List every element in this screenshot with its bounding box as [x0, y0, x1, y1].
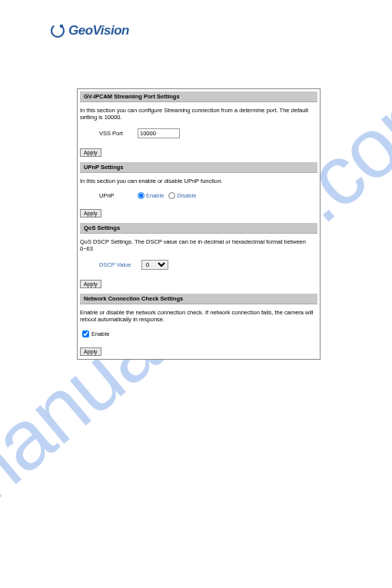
- section-header-streaming: GV-IPCAM Streaming Port Settings: [80, 91, 317, 102]
- vss-port-label: VSS Port: [99, 130, 138, 137]
- vss-port-input[interactable]: [138, 128, 180, 138]
- upnp-disable-label: Disable: [177, 192, 196, 199]
- section-header-qos: QoS Settings: [80, 223, 317, 234]
- qos-desc: QoS DSCP Settings. The DSCP value can be…: [80, 238, 317, 252]
- upnp-enable-label: Enable: [146, 192, 164, 199]
- dscp-select[interactable]: 0: [141, 260, 168, 270]
- netcheck-desc: Enable or disable the network connection…: [80, 309, 317, 323]
- upnp-label: UPnP: [99, 192, 138, 199]
- apply-button-qos[interactable]: Apply: [80, 280, 101, 288]
- apply-button-streaming[interactable]: Apply: [80, 148, 101, 157]
- section-body-upnp: In this section you can enable or disabl…: [78, 173, 320, 208]
- brand-name: GeoVision: [68, 23, 129, 38]
- dscp-label: DSCP Value: [99, 261, 141, 268]
- vss-port-row: VSS Port: [80, 128, 317, 138]
- svg-point-1: [60, 25, 64, 28]
- apply-button-netcheck[interactable]: Apply: [80, 347, 101, 356]
- section-body-streaming: In this section you can configure Stream…: [78, 102, 320, 147]
- upnp-enable-radio[interactable]: [138, 192, 145, 199]
- netcheck-enable-checkbox[interactable]: [82, 331, 89, 337]
- netcheck-enable-label: Enable: [91, 331, 109, 337]
- apply-button-upnp[interactable]: Apply: [80, 209, 101, 218]
- upnp-row: UPnP Enable Disable: [80, 192, 317, 199]
- section-header-upnp: UPnP Settings: [80, 162, 317, 173]
- upnp-disable-radio[interactable]: [168, 192, 175, 199]
- geovision-icon: [50, 23, 65, 38]
- streaming-desc: In this section you can configure Stream…: [80, 107, 317, 121]
- upnp-radio-group: Enable Disable: [138, 192, 196, 199]
- section-body-netcheck: Enable or disable the network connection…: [78, 304, 320, 346]
- brand-logo: GeoVision: [50, 23, 129, 38]
- upnp-desc: In this section you can enable or disabl…: [80, 178, 317, 184]
- section-header-netcheck: Network Connection Check Settings: [80, 294, 317, 304]
- section-body-qos: QoS DSCP Settings. The DSCP value can be…: [78, 234, 320, 278]
- settings-panel: GV-IPCAM Streaming Port Settings In this…: [77, 88, 321, 360]
- dscp-row: DSCP Value 0: [80, 260, 317, 270]
